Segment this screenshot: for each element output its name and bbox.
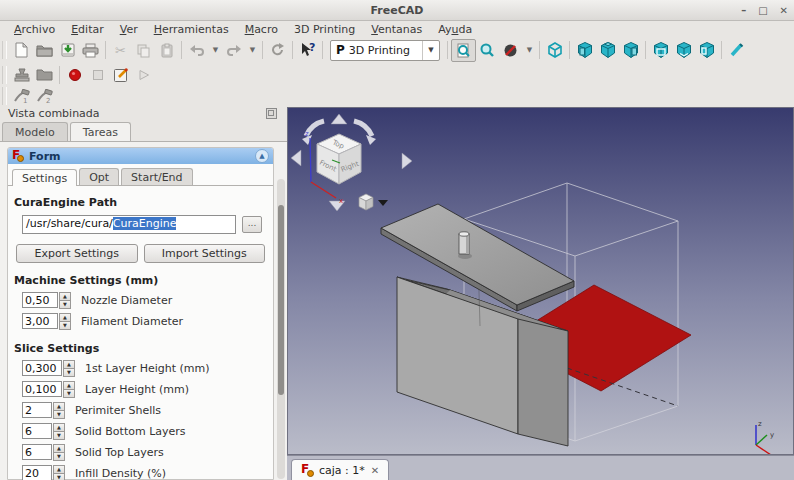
- spin-label: Infill Density (%): [75, 467, 166, 480]
- record-macro-icon[interactable]: [63, 64, 86, 85]
- spin-buttons[interactable]: ▲▼: [53, 423, 65, 439]
- top-view-icon[interactable]: [596, 40, 619, 61]
- tab-start-end[interactable]: Start/End: [121, 168, 192, 185]
- stop-macro-icon[interactable]: [86, 64, 109, 85]
- redo-dropdown-icon[interactable]: ▼: [245, 40, 259, 61]
- undo-icon[interactable]: [185, 40, 208, 61]
- spin-value-input[interactable]: [22, 313, 58, 329]
- document-tab-label: caja : 1*: [319, 464, 365, 477]
- menu-item[interactable]: Archivo: [6, 22, 63, 37]
- axonometric-view-icon[interactable]: [543, 40, 566, 61]
- spin-row: ▲▼ Perimiter Shells: [22, 402, 273, 418]
- new-document-icon[interactable]: [10, 40, 33, 61]
- spin-value-input[interactable]: [22, 465, 52, 480]
- spin-value-input[interactable]: [22, 381, 62, 397]
- paste-icon[interactable]: [155, 40, 178, 61]
- spin-label: Filament Diameter: [81, 315, 183, 328]
- document-tab-bar: F caja : 1* ✕: [287, 455, 794, 480]
- machine-settings-heading: Machine Settings (mm): [14, 274, 273, 287]
- print-icon[interactable]: [79, 40, 102, 61]
- print-tool-1-icon[interactable]: 1: [10, 86, 33, 107]
- redo-icon[interactable]: [222, 40, 245, 61]
- menu-item[interactable]: 3D Printing: [286, 22, 363, 37]
- tab-opt[interactable]: Opt: [79, 168, 119, 185]
- spin-row: ▲▼ Solid Top Layers: [22, 444, 273, 460]
- toolbar-handle[interactable]: [2, 66, 7, 84]
- close-button[interactable]: ✕: [780, 5, 788, 16]
- 3d-viewport[interactable]: Top Front Right z x: [287, 107, 794, 455]
- minimize-button[interactable]: –: [741, 5, 746, 16]
- spin-buttons[interactable]: ▲▼: [59, 313, 71, 329]
- toolbar-handle[interactable]: [2, 41, 7, 59]
- toolbar-handle[interactable]: [2, 87, 7, 105]
- form-header[interactable]: F Form ▲: [8, 148, 273, 164]
- spin-label: Layer Height (mm): [85, 383, 189, 396]
- open-folder-icon[interactable]: [33, 40, 56, 61]
- spin-value-input[interactable]: [22, 292, 58, 308]
- tab-settings[interactable]: Settings: [12, 169, 77, 186]
- document-tab-close-icon[interactable]: ✕: [371, 465, 379, 476]
- draw-style-dropdown-icon[interactable]: ▼: [522, 40, 536, 61]
- freecad-window: FreeCAD – □ ✕ ArchivoEditarVerHerramient…: [0, 0, 794, 480]
- draw-style-icon[interactable]: [499, 40, 522, 61]
- play-macro-icon[interactable]: [132, 64, 155, 85]
- collapse-icon[interactable]: ▲: [255, 149, 269, 163]
- left-view-icon[interactable]: [695, 40, 718, 61]
- cura-path-input[interactable]: /usr/share/cura/CuraEngine: [22, 215, 236, 234]
- cut-icon[interactable]: ✂: [109, 40, 132, 61]
- tab-modelo[interactable]: Modelo: [2, 122, 68, 141]
- bottom-view-icon[interactable]: [672, 40, 695, 61]
- svg-text:1: 1: [23, 97, 27, 104]
- cylinder-object[interactable]: [459, 232, 469, 254]
- menu-item[interactable]: Ayuda: [430, 22, 480, 37]
- spin-value-input[interactable]: [22, 360, 62, 376]
- workbench-label: 3D Printing: [349, 44, 422, 57]
- spin-buttons[interactable]: ▲▼: [53, 444, 65, 460]
- rear-view-icon[interactable]: [649, 40, 672, 61]
- import-settings-button[interactable]: Import Settings: [144, 244, 266, 263]
- spin-row: ▲▼ Solid Bottom Layers: [22, 423, 273, 439]
- fit-all-icon[interactable]: [451, 39, 476, 62]
- spin-value-input[interactable]: [22, 402, 52, 418]
- menu-bar: ArchivoEditarVerHerramientasMacro3D Prin…: [0, 21, 794, 38]
- spin-value-input[interactable]: [22, 423, 52, 439]
- front-view-icon[interactable]: [573, 40, 596, 61]
- menu-item[interactable]: Ventanas: [363, 22, 430, 37]
- macro-folder-icon[interactable]: [33, 64, 56, 85]
- right-view-icon[interactable]: [619, 40, 642, 61]
- save-icon[interactable]: [56, 40, 79, 61]
- document-tab[interactable]: F caja : 1* ✕: [291, 459, 389, 480]
- print-tool-2-icon[interactable]: 2: [33, 86, 56, 107]
- spin-buttons[interactable]: ▲▼: [59, 292, 71, 308]
- copy-icon[interactable]: [132, 40, 155, 61]
- workbench-selector[interactable]: P 3D Printing ▼: [330, 40, 440, 61]
- macro-stamp-icon[interactable]: [10, 64, 33, 85]
- spin-buttons[interactable]: ▲▼: [63, 360, 75, 376]
- toolbar-3dprinting: 1 2: [0, 87, 794, 105]
- float-panel-icon[interactable]: [266, 108, 277, 119]
- zoom-icon[interactable]: [476, 40, 499, 61]
- menu-item[interactable]: Editar: [63, 22, 112, 37]
- menu-item[interactable]: Herramientas: [146, 22, 237, 37]
- edit-macro-icon[interactable]: [109, 64, 132, 85]
- undo-dropdown-icon[interactable]: ▼: [208, 40, 222, 61]
- refresh-icon[interactable]: [266, 40, 289, 61]
- maximize-button[interactable]: □: [758, 5, 767, 16]
- spin-buttons[interactable]: ▲▼: [53, 402, 65, 418]
- spin-buttons[interactable]: ▲▼: [53, 465, 65, 480]
- measure-icon[interactable]: [725, 40, 748, 61]
- export-settings-button[interactable]: Export Settings: [16, 244, 138, 263]
- scrollbar-thumb[interactable]: [278, 205, 284, 395]
- nav-settings-cube-icon[interactable]: [359, 194, 373, 210]
- menu-item[interactable]: Macro: [237, 22, 286, 37]
- workbench-dropdown-icon[interactable]: ▼: [422, 41, 439, 60]
- tasks-scrollbar[interactable]: [277, 179, 285, 479]
- spin-row: ▲▼ Filament Diameter: [22, 313, 273, 329]
- menu-item[interactable]: Ver: [112, 22, 146, 37]
- freecad-logo-icon: F: [12, 150, 24, 162]
- whats-this-icon[interactable]: ?: [296, 40, 319, 61]
- tab-tareas[interactable]: Tareas: [70, 122, 131, 141]
- spin-value-input[interactable]: [22, 444, 52, 460]
- spin-buttons[interactable]: ▲▼: [63, 381, 75, 397]
- browse-button[interactable]: ...: [242, 216, 262, 233]
